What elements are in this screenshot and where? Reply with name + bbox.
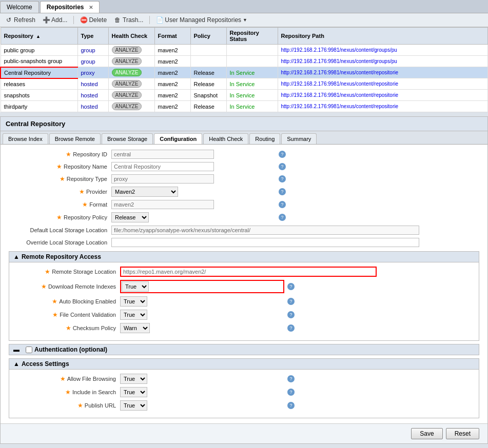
analyze-button[interactable]: ANALYZE (112, 46, 142, 54)
tab-configuration[interactable]: Configuration (154, 133, 202, 144)
tab-browse-index[interactable]: Browse Index (3, 133, 48, 144)
analyze-button[interactable]: ANALYZE (112, 91, 142, 99)
download-remote-indexes-help-icon[interactable]: ? (287, 283, 295, 290)
checksum-policy-help-icon[interactable]: ? (287, 324, 295, 332)
trash-button[interactable]: 🗑 Trash... (112, 15, 145, 25)
col-header-policy[interactable]: Policy (190, 28, 226, 45)
tab-routing[interactable]: Routing (249, 133, 280, 144)
repository-id-help-icon[interactable]: ? (279, 151, 286, 158)
required-star: ★ (77, 402, 83, 409)
table-row[interactable]: releaseshostedANALYZEmaven2ReleaseIn Ser… (1, 78, 488, 90)
tab-browse-storage[interactable]: Browse Storage (102, 133, 153, 144)
repo-path-link[interactable]: http://192.168.2.176:9981/nexus/content/… (281, 70, 409, 75)
format-help-icon[interactable]: ? (279, 201, 286, 208)
override-local-storage-input[interactable] (111, 238, 419, 247)
auth-section-header[interactable]: ▬ Authentication (optional) (9, 344, 479, 355)
access-section-title: Access Settings (22, 360, 69, 368)
file-content-validation-help-icon[interactable]: ? (287, 311, 295, 318)
user-managed-button[interactable]: 📄 User Managed Repositories ▼ (154, 15, 249, 25)
allow-file-browsing-label: ★Allow File Browsing (17, 375, 120, 382)
remote-section-header[interactable]: ▲ Remote Repository Access (9, 251, 479, 262)
repo-health-check-cell[interactable]: ANALYZE (108, 67, 154, 78)
allow-file-browsing-help-icon[interactable]: ? (287, 375, 295, 382)
analyze-button[interactable]: ANALYZE (112, 80, 142, 88)
repo-format-cell: maven2 (154, 101, 190, 112)
table-row[interactable]: thirdpartyhostedANALYZEmaven2ReleaseIn S… (1, 101, 488, 112)
table-row[interactable]: Central RepositoryproxyANALYZEmaven2Rele… (1, 67, 488, 78)
analyze-button[interactable]: ANALYZE (112, 103, 142, 110)
tab-welcome[interactable]: Welcome (0, 1, 39, 13)
refresh-icon: ↺ (5, 16, 12, 24)
col-header-status[interactable]: Repository Status (226, 28, 278, 45)
repo-path-link[interactable]: http://192.168.2.176:9981/nexus/content/… (281, 92, 409, 98)
tab-browse-remote[interactable]: Browse Remote (49, 133, 101, 144)
include-in-search-select[interactable]: True False (120, 387, 147, 397)
table-row[interactable]: public-snapshots groupgroupANALYZEmaven2… (1, 56, 488, 67)
repo-path-link[interactable]: http://192.168.2.176:9981/nexus/content/… (281, 58, 409, 64)
collapse-icon-access: ▲ (13, 360, 19, 368)
repository-policy-help-icon[interactable]: ? (279, 214, 286, 221)
table-row[interactable]: snapshotshostedANALYZEmaven2SnapshotIn S… (1, 90, 488, 101)
tab-health-check[interactable]: Health Check (203, 133, 248, 144)
include-in-search-help-icon[interactable]: ? (287, 389, 295, 396)
analyze-button[interactable]: ANALYZE (112, 57, 142, 65)
col-header-type[interactable]: Type (77, 28, 108, 45)
tab-repositories[interactable]: Repositories ✕ (40, 1, 100, 13)
provider-select[interactable]: Maven2 (111, 187, 178, 197)
default-local-storage-input (111, 226, 419, 235)
remote-storage-location-input[interactable] (120, 267, 377, 277)
checksum-policy-select[interactable]: Warn Ignore Strict (120, 323, 150, 333)
reset-button[interactable]: Reset (446, 428, 479, 439)
repo-path-cell[interactable]: http://192.168.2.176:9981/nexus/content/… (278, 78, 488, 90)
allow-file-browsing-select[interactable]: True False (120, 374, 147, 384)
col-header-health-check[interactable]: Health Check (108, 28, 154, 45)
checksum-policy-row: ★Checksum Policy Warn Ignore Strict ? (17, 323, 471, 333)
repo-health-check-cell[interactable]: ANALYZE (108, 101, 154, 112)
repository-id-field (111, 150, 276, 159)
col-header-format[interactable]: Format (154, 28, 190, 45)
include-in-search-label: ★Include in Search (17, 389, 120, 396)
tab-summary[interactable]: Summary (281, 133, 317, 144)
auth-checkbox[interactable] (26, 347, 32, 353)
repo-path-link[interactable]: http://192.168.2.176:9981/nexus/content/… (281, 104, 409, 109)
repo-health-check-cell[interactable]: ANALYZE (108, 56, 154, 67)
repository-policy-select[interactable]: Release Snapshot (111, 212, 149, 222)
repo-path-cell[interactable]: http://192.168.2.176:9981/nexus/content/… (278, 101, 488, 112)
required-star: ★ (60, 375, 66, 382)
repository-name-input[interactable] (111, 162, 214, 171)
provider-help-icon[interactable]: ? (279, 188, 286, 195)
auto-blocking-select[interactable]: True False (120, 296, 147, 307)
tab-close-icon[interactable]: ✕ (89, 5, 93, 10)
file-content-validation-select[interactable]: True False (120, 310, 147, 320)
repo-path-cell[interactable]: http://192.168.2.176:9981/nexus/content/… (278, 56, 488, 67)
table-row[interactable]: public groupgroupANALYZEmaven2http://192… (1, 45, 488, 56)
repo-format-cell: maven2 (154, 78, 190, 90)
col-header-repository[interactable]: Repository ▲ (1, 28, 77, 45)
repo-health-check-cell[interactable]: ANALYZE (108, 78, 154, 90)
repo-path-link[interactable]: http://192.168.2.176:9981/nexus/content/… (281, 81, 409, 87)
repository-policy-row: ★Repository Policy Release Snapshot ? (9, 212, 479, 222)
auto-blocking-help-icon[interactable]: ? (287, 298, 295, 305)
save-button[interactable]: Save (411, 428, 442, 439)
analyze-button[interactable]: ANALYZE (112, 69, 142, 76)
repository-type-help-icon[interactable]: ? (279, 175, 286, 182)
repo-format-cell: maven2 (154, 56, 190, 67)
repo-name-cell: snapshots (1, 90, 77, 101)
access-section-header[interactable]: ▲ Access Settings (9, 358, 479, 370)
repo-health-check-cell[interactable]: ANALYZE (108, 90, 154, 101)
repo-status-cell: In Service (226, 90, 278, 101)
col-header-path[interactable]: Repository Path (278, 28, 488, 45)
repo-health-check-cell[interactable]: ANALYZE (108, 45, 154, 56)
download-remote-indexes-select[interactable]: True False (122, 281, 149, 292)
repo-path-link[interactable]: http://192.168.2.176:9981/nexus/content/… (281, 47, 409, 53)
add-button[interactable]: ➕ Add... (41, 15, 69, 25)
repo-path-cell[interactable]: http://192.168.2.176:9981/nexus/content/… (278, 45, 488, 56)
provider-field: Maven2 (111, 187, 276, 197)
refresh-button[interactable]: ↺ Refresh (3, 15, 37, 25)
repo-path-cell[interactable]: http://192.168.2.176:9981/nexus/content/… (278, 90, 488, 101)
repository-name-help-icon[interactable]: ? (279, 163, 286, 170)
publish-url-select[interactable]: True False (120, 400, 147, 411)
delete-button[interactable]: ⛔ Delete (78, 15, 109, 25)
repo-path-cell[interactable]: http://192.168.2.176:9981/nexus/content/… (278, 67, 488, 78)
publish-url-help-icon[interactable]: ? (287, 402, 295, 409)
